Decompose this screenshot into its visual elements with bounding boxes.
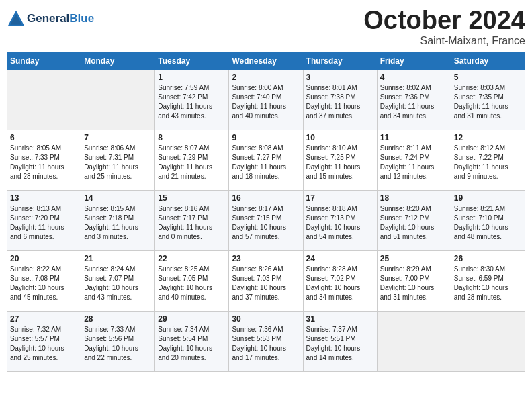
day-info: Sunrise: 8:21 AM Sunset: 7:10 PM Dayligh…	[454, 204, 522, 242]
day-info: Sunrise: 8:15 AM Sunset: 7:18 PM Dayligh…	[84, 204, 152, 242]
day-number: 19	[454, 193, 522, 203]
day-number: 26	[454, 254, 522, 263]
day-info: Sunrise: 8:00 AM Sunset: 7:40 PM Dayligh…	[232, 83, 300, 121]
month-title: October 2024	[363, 7, 525, 35]
day-number: 31	[306, 314, 374, 324]
calendar-week-row: 1Sunrise: 7:59 AM Sunset: 7:42 PM Daylig…	[7, 69, 525, 130]
location: Saint-Maixant, France	[363, 35, 525, 47]
day-info: Sunrise: 8:24 AM Sunset: 7:07 PM Dayligh…	[84, 265, 152, 302]
calendar-cell: 10Sunrise: 8:10 AM Sunset: 7:25 PM Dayli…	[303, 130, 377, 190]
calendar-cell	[81, 69, 155, 130]
day-number: 25	[380, 254, 448, 263]
day-number: 18	[380, 193, 448, 203]
day-number: 29	[158, 314, 226, 324]
weekday-header: Thursday	[303, 52, 377, 69]
day-info: Sunrise: 8:17 AM Sunset: 7:15 PM Dayligh…	[232, 204, 300, 242]
day-info: Sunrise: 8:29 AM Sunset: 7:00 PM Dayligh…	[380, 265, 448, 302]
calendar-cell: 2Sunrise: 8:00 AM Sunset: 7:40 PM Daylig…	[229, 69, 303, 130]
day-info: Sunrise: 7:59 AM Sunset: 7:42 PM Dayligh…	[158, 83, 226, 121]
day-number: 8	[158, 133, 226, 142]
day-number: 22	[158, 254, 226, 263]
day-info: Sunrise: 7:33 AM Sunset: 5:56 PM Dayligh…	[84, 325, 152, 363]
day-info: Sunrise: 8:26 AM Sunset: 7:03 PM Dayligh…	[232, 265, 300, 302]
page-container: GeneralBlue October 2024 Saint-Maixant, …	[0, 0, 532, 379]
weekday-header: Wednesday	[229, 52, 303, 69]
day-number: 10	[306, 133, 374, 142]
day-number: 17	[306, 193, 374, 203]
day-number: 27	[10, 314, 78, 324]
weekday-header: Tuesday	[155, 52, 229, 69]
calendar-cell: 20Sunrise: 8:22 AM Sunset: 7:08 PM Dayli…	[7, 250, 81, 311]
day-info: Sunrise: 8:07 AM Sunset: 7:29 PM Dayligh…	[158, 144, 226, 181]
calendar-cell: 4Sunrise: 8:02 AM Sunset: 7:36 PM Daylig…	[377, 69, 451, 130]
calendar-cell: 29Sunrise: 7:34 AM Sunset: 5:54 PM Dayli…	[155, 311, 229, 371]
day-number: 6	[10, 133, 78, 142]
day-info: Sunrise: 8:05 AM Sunset: 7:33 PM Dayligh…	[10, 144, 78, 181]
day-info: Sunrise: 8:01 AM Sunset: 7:38 PM Dayligh…	[306, 83, 374, 121]
day-number: 11	[380, 133, 448, 142]
calendar-cell: 7Sunrise: 8:06 AM Sunset: 7:31 PM Daylig…	[81, 130, 155, 190]
calendar-cell: 3Sunrise: 8:01 AM Sunset: 7:38 PM Daylig…	[303, 69, 377, 130]
calendar-cell: 24Sunrise: 8:28 AM Sunset: 7:02 PM Dayli…	[303, 250, 377, 311]
day-number: 3	[306, 73, 374, 82]
calendar-cell: 16Sunrise: 8:17 AM Sunset: 7:15 PM Dayli…	[229, 190, 303, 250]
calendar-cell: 28Sunrise: 7:33 AM Sunset: 5:56 PM Dayli…	[81, 311, 155, 371]
day-info: Sunrise: 8:30 AM Sunset: 6:59 PM Dayligh…	[454, 265, 522, 302]
calendar-cell: 30Sunrise: 7:36 AM Sunset: 5:53 PM Dayli…	[229, 311, 303, 371]
calendar-cell: 6Sunrise: 8:05 AM Sunset: 7:33 PM Daylig…	[7, 130, 81, 190]
day-info: Sunrise: 8:16 AM Sunset: 7:17 PM Dayligh…	[158, 204, 226, 242]
day-info: Sunrise: 8:08 AM Sunset: 7:27 PM Dayligh…	[232, 144, 300, 181]
logo-general: General	[27, 12, 69, 25]
day-number: 12	[454, 133, 522, 142]
day-info: Sunrise: 8:11 AM Sunset: 7:24 PM Dayligh…	[380, 144, 448, 181]
calendar-cell: 15Sunrise: 8:16 AM Sunset: 7:17 PM Dayli…	[155, 190, 229, 250]
logo-icon	[7, 9, 26, 28]
calendar-cell: 14Sunrise: 8:15 AM Sunset: 7:18 PM Dayli…	[81, 190, 155, 250]
calendar-cell: 12Sunrise: 8:12 AM Sunset: 7:22 PM Dayli…	[451, 130, 525, 190]
day-number: 30	[232, 314, 300, 324]
day-info: Sunrise: 8:06 AM Sunset: 7:31 PM Dayligh…	[84, 144, 152, 181]
calendar-cell	[377, 311, 451, 371]
calendar-cell: 11Sunrise: 8:11 AM Sunset: 7:24 PM Dayli…	[377, 130, 451, 190]
calendar-cell: 25Sunrise: 8:29 AM Sunset: 7:00 PM Dayli…	[377, 250, 451, 311]
day-number: 24	[306, 254, 374, 263]
weekday-header: Sunday	[7, 52, 81, 69]
day-info: Sunrise: 8:18 AM Sunset: 7:13 PM Dayligh…	[306, 204, 374, 242]
calendar-cell	[451, 311, 525, 371]
day-number: 20	[10, 254, 78, 263]
calendar-cell: 27Sunrise: 7:32 AM Sunset: 5:57 PM Dayli…	[7, 311, 81, 371]
day-info: Sunrise: 8:20 AM Sunset: 7:12 PM Dayligh…	[380, 204, 448, 242]
day-number: 2	[232, 73, 300, 82]
logo-text: GeneralBlue	[27, 13, 94, 26]
logo-blue: Blue	[69, 12, 94, 25]
title-block: October 2024 Saint-Maixant, France	[363, 7, 525, 47]
calendar-cell: 21Sunrise: 8:24 AM Sunset: 7:07 PM Dayli…	[81, 250, 155, 311]
day-number: 28	[84, 314, 152, 324]
calendar-cell: 5Sunrise: 8:03 AM Sunset: 7:35 PM Daylig…	[451, 69, 525, 130]
day-info: Sunrise: 8:02 AM Sunset: 7:36 PM Dayligh…	[380, 83, 448, 121]
weekday-header: Saturday	[451, 52, 525, 69]
calendar-cell: 19Sunrise: 8:21 AM Sunset: 7:10 PM Dayli…	[451, 190, 525, 250]
calendar-week-row: 13Sunrise: 8:13 AM Sunset: 7:20 PM Dayli…	[7, 190, 525, 250]
header: GeneralBlue October 2024 Saint-Maixant, …	[7, 7, 525, 47]
day-info: Sunrise: 8:10 AM Sunset: 7:25 PM Dayligh…	[306, 144, 374, 181]
day-number: 4	[380, 73, 448, 82]
calendar-cell: 13Sunrise: 8:13 AM Sunset: 7:20 PM Dayli…	[7, 190, 81, 250]
day-info: Sunrise: 8:25 AM Sunset: 7:05 PM Dayligh…	[158, 265, 226, 302]
day-number: 7	[84, 133, 152, 142]
logo: GeneralBlue	[7, 9, 94, 28]
calendar-week-row: 27Sunrise: 7:32 AM Sunset: 5:57 PM Dayli…	[7, 311, 525, 371]
calendar-cell: 23Sunrise: 8:26 AM Sunset: 7:03 PM Dayli…	[229, 250, 303, 311]
day-info: Sunrise: 8:12 AM Sunset: 7:22 PM Dayligh…	[454, 144, 522, 181]
day-number: 23	[232, 254, 300, 263]
weekday-header-row: SundayMondayTuesdayWednesdayThursdayFrid…	[7, 52, 525, 69]
day-info: Sunrise: 7:37 AM Sunset: 5:51 PM Dayligh…	[306, 325, 374, 363]
day-info: Sunrise: 8:28 AM Sunset: 7:02 PM Dayligh…	[306, 265, 374, 302]
calendar-cell: 1Sunrise: 7:59 AM Sunset: 7:42 PM Daylig…	[155, 69, 229, 130]
calendar-table: SundayMondayTuesdayWednesdayThursdayFrid…	[7, 52, 525, 372]
calendar-cell: 22Sunrise: 8:25 AM Sunset: 7:05 PM Dayli…	[155, 250, 229, 311]
day-info: Sunrise: 8:22 AM Sunset: 7:08 PM Dayligh…	[10, 265, 78, 302]
calendar-week-row: 6Sunrise: 8:05 AM Sunset: 7:33 PM Daylig…	[7, 130, 525, 190]
day-number: 14	[84, 193, 152, 203]
calendar-cell: 26Sunrise: 8:30 AM Sunset: 6:59 PM Dayli…	[451, 250, 525, 311]
